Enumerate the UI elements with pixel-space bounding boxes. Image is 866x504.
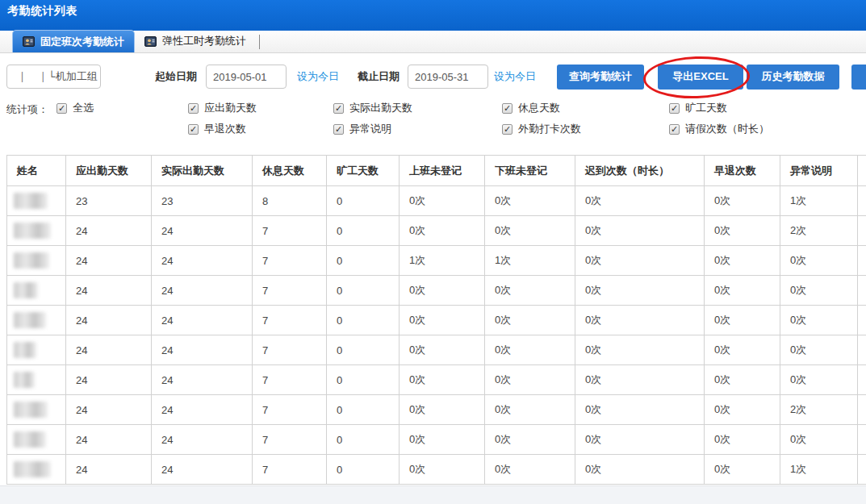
table-cell: 0次 [575, 425, 705, 455]
blurred-name [14, 372, 35, 388]
tab-separator [259, 35, 260, 49]
table-cell: 24 [152, 216, 253, 246]
start-set-today-link[interactable]: 设为今日 [297, 69, 339, 84]
table-cell: 0次 [858, 425, 866, 455]
end-date-input[interactable] [408, 65, 488, 89]
table-row: 2424701次1次0次0次0次0次 [7, 246, 866, 276]
tab-label: 固定班次考勤统计 [40, 35, 124, 49]
table-cell: 0次 [780, 425, 858, 455]
table-cell: 0次 [485, 306, 575, 335]
table-cell: 0次 [858, 246, 866, 276]
stat-checkbox-item[interactable]: ✓全选 [56, 101, 94, 115]
stat-checkbox-item[interactable]: ✓休息天数 [502, 101, 560, 115]
stat-checkbox-item[interactable]: ✓实际出勤天数 [333, 101, 412, 115]
start-date-input[interactable] [206, 65, 287, 89]
column-header: 早退次数 [705, 156, 780, 186]
table-cell: 24 [66, 365, 152, 395]
end-set-today-link[interactable]: 设为今日 [494, 69, 536, 84]
department-select[interactable]: ｜ ｜└机加工组 ▼ [6, 65, 101, 89]
table-cell: 0次 [780, 335, 858, 365]
table-cell: 0次 [575, 395, 705, 425]
table-cell: 23 [66, 186, 152, 216]
table-cell: 24 [66, 335, 152, 365]
export-excel-button[interactable]: 导出EXCEL [658, 65, 743, 90]
column-header: 异常说明 [780, 156, 858, 186]
table-cell: 0次 [400, 335, 485, 365]
stat-checkbox-label: 外勤打卡次数 [518, 122, 581, 136]
table-cell: 0次 [575, 365, 705, 395]
table-cell: 0次 [400, 306, 485, 335]
table-cell: 0次 [780, 306, 858, 335]
table-row: 2424700次0次0次0次2次0次 [7, 395, 866, 425]
table-cell: 0次 [485, 425, 575, 455]
checkbox-checked-icon[interactable]: ✓ [502, 124, 512, 135]
table-cell: 7 [253, 365, 327, 395]
stat-checkbox-item[interactable]: ✓应出勤天数 [188, 101, 257, 115]
table-cell: 2次 [780, 395, 858, 425]
tab-label: 弹性工时考勤统计 [162, 34, 246, 48]
stat-checkbox-label: 休息天数 [518, 101, 560, 115]
table-cell: 0次 [858, 395, 866, 425]
table-cell: 0次 [400, 395, 485, 425]
checkbox-checked-icon[interactable]: ✓ [669, 124, 680, 135]
table-cell: 0次 [705, 365, 780, 395]
table-cell: 8 [253, 186, 327, 216]
table-cell: 24 [66, 276, 152, 306]
clipped-right-button[interactable]: 考勤 [851, 65, 866, 90]
table-cell: 0次 [705, 276, 780, 306]
checkbox-checked-icon[interactable]: ✓ [333, 103, 344, 114]
checkbox-checked-icon[interactable]: ✓ [502, 103, 512, 114]
table-cell: 24 [152, 306, 253, 335]
table-cell: 24 [66, 216, 152, 246]
table-cell: 0 [327, 425, 400, 455]
blurred-name [14, 312, 46, 328]
checkbox-checked-icon[interactable]: ✓ [333, 124, 344, 135]
query-attendance-button[interactable]: 查询考勤统计 [557, 65, 644, 90]
table-cell: 0 [327, 246, 400, 276]
table-cell: 0次 [485, 335, 575, 365]
history-attendance-button[interactable]: 历史考勤数据 [747, 65, 839, 90]
table-cell: 7 [253, 276, 327, 306]
table-cell: 0次 [858, 306, 866, 335]
table-cell: 24 [66, 246, 152, 276]
column-header: 下班未登记 [485, 156, 575, 186]
column-header: 应出勤天数 [66, 156, 152, 186]
checkbox-checked-icon[interactable]: ✓ [188, 124, 199, 135]
tab-flex-hours-stats[interactable]: 弹性工时考勤统计 [135, 30, 256, 52]
table-cell: 0 [327, 395, 400, 425]
stat-checkbox-item[interactable]: ✓早退次数 [188, 122, 246, 136]
table-cell: 0次 [575, 246, 705, 276]
table-row: 2424700次0次0次0次2次0次 [7, 216, 866, 246]
column-header: 外勤打卡次数 [858, 156, 866, 186]
table-cell: 7 [253, 306, 327, 335]
blurred-name [14, 252, 49, 269]
stat-items-label: 统计项： [6, 102, 48, 117]
checkbox-checked-icon[interactable]: ✓ [669, 103, 680, 114]
tab-fixed-shift-stats[interactable]: 固定班次考勤统计 [12, 30, 135, 52]
table-cell: 0次 [858, 365, 866, 395]
table-cell: 0 [327, 365, 400, 395]
table-cell: 7 [253, 395, 327, 425]
table-cell: 0 [327, 335, 400, 365]
table-cell: 0次 [858, 335, 866, 365]
table-cell: 0次 [858, 216, 866, 246]
stat-checkbox-item[interactable]: ✓异常说明 [333, 122, 391, 136]
checkbox-checked-icon[interactable]: ✓ [188, 103, 199, 114]
table-cell: 0次 [858, 455, 866, 485]
table-cell: 0次 [575, 186, 705, 216]
column-header: 旷工天数 [327, 156, 400, 186]
table-cell: 0次 [780, 365, 858, 395]
table-cell: 7 [253, 335, 327, 365]
column-header: 休息天数 [253, 156, 327, 186]
table-cell: 0次 [485, 395, 575, 425]
table-row: 2424700次0次0次0次0次0次 [7, 306, 866, 335]
filter-bar: ｜ ｜└机加工组 ▼ 起始日期 设为今日 截止日期 设为今日 查询考勤统计 导出… [0, 53, 866, 95]
table-cell: 0次 [705, 335, 780, 365]
stat-checkbox-item[interactable]: ✓请假次数（时长） [669, 122, 769, 136]
checkbox-checked-icon[interactable]: ✓ [56, 103, 67, 114]
table-cell: 1次 [485, 246, 575, 276]
stat-checkbox-label: 早退次数 [204, 122, 246, 136]
stat-checkbox-item[interactable]: ✓外勤打卡次数 [502, 122, 581, 136]
employee-name-cell [7, 395, 66, 425]
stat-checkbox-item[interactable]: ✓旷工天数 [669, 101, 727, 115]
